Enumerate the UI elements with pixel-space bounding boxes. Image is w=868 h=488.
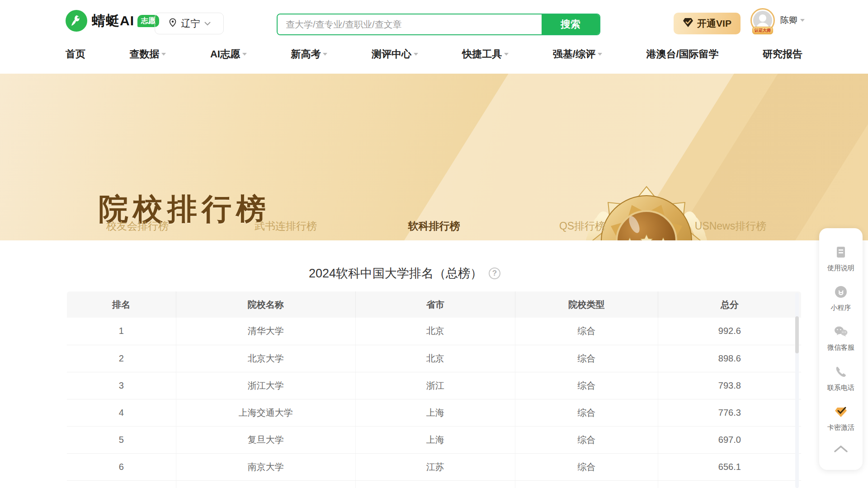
user-name: 陈卿 — [780, 14, 797, 26]
sidebar-item-wechat-support[interactable]: 微信客服 — [827, 325, 854, 352]
cell-rank: 6 — [67, 453, 176, 480]
sidebar-item-card-activation[interactable]: 卡密激活 — [827, 405, 854, 432]
cell-province: 上海 — [355, 426, 515, 453]
cell-type: 综合 — [515, 453, 658, 480]
table-row-partial[interactable] — [67, 480, 801, 488]
chevron-down-icon — [504, 53, 509, 56]
tab-qs-ranking[interactable]: QS排行榜 — [508, 216, 656, 237]
cell-type: 综合 — [515, 426, 658, 453]
cell-score: 697.0 — [658, 426, 801, 453]
sidebar-item-label: 小程序 — [831, 304, 851, 312]
header: 蜻蜓AI 志愿 辽宁 搜索 — [0, 0, 868, 74]
user-chevron-down-icon — [800, 19, 805, 22]
wechat-icon — [834, 325, 848, 340]
cell-university: 上海交通大学 — [176, 399, 355, 426]
cell-province: 北京 — [355, 318, 515, 345]
table-header-row: 排名 院校名称 省市 院校类型 总分 — [67, 291, 801, 318]
table-row[interactable]: 6 南京大学 江苏 综合 656.1 — [67, 453, 801, 480]
cell-type: 综合 — [515, 318, 658, 345]
cell-score: 992.6 — [658, 318, 801, 345]
cell-score: 898.6 — [658, 345, 801, 372]
chevron-down-icon — [598, 53, 602, 56]
nav-item-qiangji[interactable]: 强基/综评 — [553, 47, 602, 61]
manual-icon — [834, 245, 848, 261]
user-menu[interactable]: 认证大师 陈卿 — [750, 8, 805, 33]
help-icon[interactable]: ? — [489, 267, 500, 279]
cell-rank: 1 — [67, 318, 176, 345]
cell-rank: 2 — [67, 345, 176, 372]
cell-score: 776.3 — [658, 399, 801, 426]
cell-score: 793.8 — [658, 372, 801, 399]
quick-action-sidebar: 使用说明 小程序 微信客服 — [819, 228, 863, 470]
column-header-type: 院校类型 — [515, 291, 658, 318]
location-pin-icon — [168, 18, 178, 29]
tab-wushulian-ranking[interactable]: 武书连排行榜 — [212, 216, 360, 237]
open-vip-button[interactable]: 开通VIP — [674, 13, 741, 34]
cell-province: 北京 — [355, 345, 515, 372]
tab-usnews-ranking[interactable]: USNews排行榜 — [656, 216, 805, 237]
cell-university: 北京大学 — [176, 345, 355, 372]
sidebar-item-label: 使用说明 — [827, 264, 854, 272]
search-button[interactable]: 搜索 — [542, 14, 599, 34]
ranking-table: 排名 院校名称 省市 院校类型 总分 1 清华大学 北京 综合 992.6 2 … — [67, 291, 801, 488]
cell-score: 656.1 — [658, 453, 801, 480]
sidebar-item-manual[interactable]: 使用说明 — [827, 245, 854, 272]
cell-rank: 4 — [67, 399, 176, 426]
nav-item-home[interactable]: 首页 — [66, 47, 85, 61]
avatar: 认证大师 — [750, 8, 775, 33]
cell-province: 上海 — [355, 399, 515, 426]
tab-xiaoyouhui-ranking[interactable]: 校友会排行榜 — [63, 216, 212, 237]
cell-type: 综合 — [515, 372, 658, 399]
nav-item-assessment[interactable]: 测评中心 — [372, 47, 418, 61]
column-header-rank: 排名 — [67, 291, 176, 318]
location-selector[interactable]: 辽宁 — [155, 13, 224, 34]
chevron-down-icon — [414, 53, 418, 56]
table-row[interactable]: 3 浙江大学 浙江 综合 793.8 — [67, 372, 801, 399]
vip-diamond-icon — [683, 18, 693, 30]
search-bar: 搜索 — [277, 14, 600, 35]
brand-logo[interactable]: 蜻蜓AI 志愿 — [66, 10, 159, 32]
nav-item-ai-application[interactable]: AI志愿 — [210, 47, 247, 61]
column-header-university: 院校名称 — [176, 291, 355, 318]
table-row[interactable]: 1 清华大学 北京 综合 992.6 — [67, 318, 801, 345]
cell-type: 综合 — [515, 345, 658, 372]
mini-program-icon — [834, 285, 848, 300]
ranking-banner: 院校排行榜 — [0, 74, 868, 240]
back-to-top-button[interactable] — [833, 445, 849, 453]
nav-item-tools[interactable]: 快捷工具 — [462, 47, 509, 61]
sidebar-item-label: 卡密激活 — [827, 423, 854, 432]
brand-name: 蜻蜓AI — [92, 12, 134, 30]
nav-item-overseas[interactable]: 港澳台/国际留学 — [646, 47, 718, 61]
ranking-title: 2024软科中国大学排名（总榜） — [309, 265, 482, 282]
search-input[interactable] — [278, 14, 542, 34]
column-header-score: 总分 — [658, 291, 801, 318]
sidebar-item-phone[interactable]: 联系电话 — [827, 365, 854, 392]
cell-university: 浙江大学 — [176, 372, 355, 399]
table-scrollbar-thumb[interactable] — [795, 316, 799, 353]
cell-rank: 3 — [67, 372, 176, 399]
chevron-down-icon — [242, 53, 247, 56]
phone-icon — [834, 365, 848, 380]
table-row[interactable]: 2 北京大学 北京 综合 898.6 — [67, 345, 801, 372]
sidebar-item-mini-program[interactable]: 小程序 — [831, 285, 851, 312]
nav-item-new-gaokao[interactable]: 新高考 — [291, 47, 327, 61]
main-nav: 首页 查数据 AI志愿 新高考 测评中心 快捷工具 强基/综评 港澳台/国际留学… — [66, 43, 802, 65]
cell-province: 江苏 — [355, 453, 515, 480]
tab-ruanke-ranking[interactable]: 软科排行榜 — [360, 216, 508, 237]
cell-rank: 5 — [67, 426, 176, 453]
table-row[interactable]: 5 复旦大学 上海 综合 697.0 — [67, 426, 801, 453]
cell-university: 复旦大学 — [176, 426, 355, 453]
location-label: 辽宁 — [181, 17, 200, 30]
nav-item-research-report[interactable]: 研究报告 — [763, 47, 802, 61]
dragonfly-logo-icon — [66, 10, 87, 32]
user-certified-badge: 认证大师 — [752, 27, 773, 34]
card-activation-icon — [834, 405, 848, 420]
cell-university: 清华大学 — [176, 318, 355, 345]
cell-province: 浙江 — [355, 372, 515, 399]
cell-type: 综合 — [515, 399, 658, 426]
ranking-title-row: 2024软科中国大学排名（总榜） ? — [0, 265, 809, 282]
column-header-province: 省市 — [355, 291, 515, 318]
sidebar-item-label: 微信客服 — [827, 343, 854, 352]
nav-item-data[interactable]: 查数据 — [129, 47, 166, 61]
table-row[interactable]: 4 上海交通大学 上海 综合 776.3 — [67, 399, 801, 426]
